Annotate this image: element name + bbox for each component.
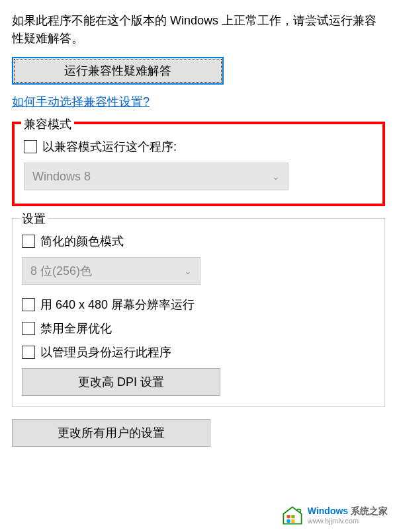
color-mode-dropdown-value: 8 位(256)色 (30, 263, 92, 279)
compat-mode-checkbox-row: 以兼容模式运行这个程序: (24, 139, 373, 155)
compat-mode-checkbox[interactable] (24, 140, 37, 153)
watermark-text: Windows 系统之家 www.bjjmlv.com (308, 506, 388, 524)
color-mode-dropdown[interactable]: 8 位(256)色 ⌄ (22, 257, 200, 285)
watermark-brand-suffix: 系统之家 (351, 506, 388, 516)
watermark-brand: Windows (308, 506, 348, 516)
svg-rect-3 (287, 519, 290, 523)
low-res-checkbox[interactable] (22, 298, 35, 311)
watermark-url: www.bjjmlv.com (308, 517, 388, 525)
house-icon (281, 506, 304, 525)
disable-fullscreen-label: 禁用全屏优化 (40, 321, 112, 336)
chevron-down-icon: ⌄ (184, 266, 192, 276)
compat-mode-dropdown[interactable]: Windows 8 ⌄ (24, 163, 288, 190)
reduced-color-checkbox[interactable] (22, 235, 35, 248)
manual-settings-link[interactable]: 如何手动选择兼容性设置? (12, 94, 150, 110)
disable-fullscreen-row: 禁用全屏优化 (22, 321, 375, 336)
intro-text: 如果此程序不能在这个版本的 Windows 上正常工作，请尝试运行兼容性疑难解答… (12, 12, 385, 48)
chevron-down-icon: ⌄ (272, 171, 280, 182)
compat-mode-dropdown-value: Windows 8 (32, 170, 91, 184)
run-as-admin-label: 以管理员身份运行此程序 (40, 344, 171, 360)
watermark: Windows 系统之家 www.bjjmlv.com (281, 506, 388, 525)
compat-mode-group-label: 兼容模式 (21, 116, 74, 132)
svg-rect-1 (287, 515, 290, 518)
change-all-users-button[interactable]: 更改所有用户的设置 (12, 419, 210, 447)
low-res-label: 用 640 x 480 屏幕分辨率运行 (40, 297, 195, 313)
run-troubleshooter-button[interactable]: 运行兼容性疑难解答 (12, 57, 224, 85)
compat-mode-checkbox-label: 以兼容模式运行这个程序: (42, 139, 177, 155)
low-res-row: 用 640 x 480 屏幕分辨率运行 (22, 297, 375, 313)
change-dpi-button[interactable]: 更改高 DPI 设置 (22, 368, 220, 396)
compatibility-mode-group: 兼容模式 以兼容模式运行这个程序: Windows 8 ⌄ (12, 122, 385, 206)
svg-rect-2 (291, 515, 294, 518)
reduced-color-row: 简化的颜色模式 (22, 233, 375, 249)
settings-group: 设置 简化的颜色模式 8 位(256)色 ⌄ 用 640 x 480 屏幕分辨率… (12, 218, 385, 407)
reduced-color-label: 简化的颜色模式 (40, 233, 124, 249)
svg-rect-4 (291, 519, 294, 523)
run-as-admin-row: 以管理员身份运行此程序 (22, 344, 375, 360)
disable-fullscreen-checkbox[interactable] (22, 322, 35, 335)
run-as-admin-checkbox[interactable] (22, 346, 35, 359)
settings-group-label: 设置 (19, 211, 48, 227)
